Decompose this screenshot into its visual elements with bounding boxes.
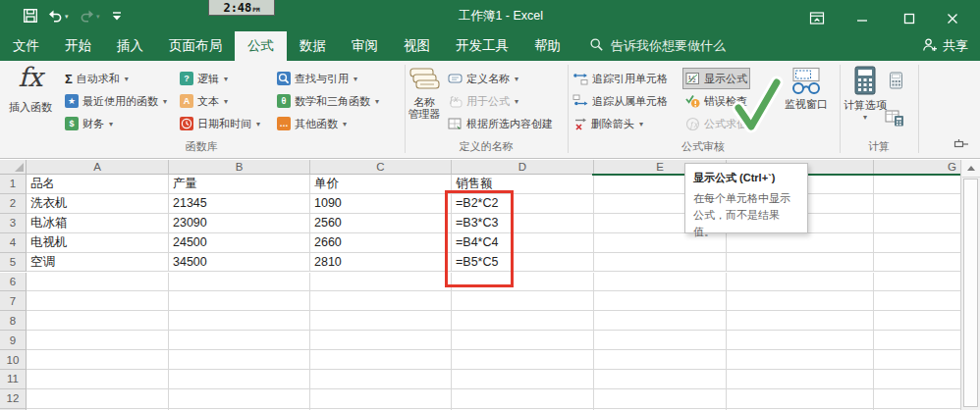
cell-C4[interactable]: 2660 <box>310 233 452 253</box>
cell-D8[interactable] <box>452 311 594 331</box>
cell-A5[interactable]: 空调 <box>27 253 169 273</box>
cell-D9[interactable] <box>452 331 594 350</box>
cell-A11[interactable] <box>27 370 169 389</box>
cell-G1[interactable] <box>874 175 960 194</box>
name-manager-button[interactable]: 名称 管理器 <box>401 63 448 120</box>
more-functions-button[interactable]: …其他函数▾ <box>275 114 349 133</box>
cell-G3[interactable] <box>874 214 960 233</box>
cell-A10[interactable] <box>27 350 169 370</box>
cell-F10[interactable] <box>727 350 874 370</box>
cell-G6[interactable] <box>874 273 960 292</box>
cell-C5[interactable]: 2810 <box>310 253 452 273</box>
cell-G2[interactable] <box>874 194 960 214</box>
remove-arrows-button[interactable]: 删除箭头▾ <box>571 114 645 133</box>
cell-C8[interactable] <box>310 311 452 331</box>
cell-C10[interactable] <box>310 350 452 370</box>
cell-A2[interactable]: 洗衣机 <box>27 194 169 214</box>
insert-function-button[interactable]: fx 插入函数 <box>2 63 59 113</box>
close-button[interactable] <box>943 10 962 27</box>
cell-G10[interactable] <box>874 350 960 370</box>
tab-data[interactable]: 数据 <box>287 31 339 61</box>
trace-precedents-button[interactable]: 追踪引用单元格 <box>571 69 670 88</box>
column-header-A[interactable]: A <box>27 160 169 175</box>
cell-B9[interactable] <box>169 331 310 350</box>
cell-E12[interactable] <box>594 389 727 409</box>
cell-B7[interactable] <box>169 291 310 311</box>
lookup-reference-button[interactable]: 查找与引用▾ <box>275 69 359 88</box>
math-trig-button[interactable]: θ数学和三角函数▾ <box>275 91 381 111</box>
text-button[interactable]: A文本▾ <box>178 91 230 111</box>
tab-view[interactable]: 视图 <box>391 31 443 61</box>
cell-G7[interactable] <box>874 291 960 311</box>
tab-insert[interactable]: 插入 <box>104 31 156 61</box>
row-header-7[interactable]: 7 <box>0 291 27 311</box>
tab-developer[interactable]: 开发工具 <box>443 31 521 61</box>
tab-file[interactable]: 文件 <box>0 31 52 61</box>
cell-D12[interactable] <box>452 389 594 409</box>
logical-button[interactable]: ?逻辑▾ <box>178 69 230 88</box>
share-button[interactable]: 共享 <box>922 31 968 61</box>
row-header-6[interactable]: 6 <box>0 273 27 292</box>
cell-F6[interactable] <box>727 273 874 292</box>
cell-B6[interactable] <box>169 273 310 292</box>
cell-E11[interactable] <box>594 370 727 389</box>
cell-B12[interactable] <box>169 389 310 409</box>
tab-formulas[interactable]: 公式 <box>235 31 287 61</box>
cell-A8[interactable] <box>27 311 169 331</box>
row-header-5[interactable]: 5 <box>0 253 27 273</box>
save-icon[interactable] <box>22 7 39 25</box>
watch-window-button[interactable]: 监视窗口 <box>781 63 832 110</box>
cell-D7[interactable] <box>452 291 594 311</box>
cell-F9[interactable] <box>727 331 874 350</box>
minimize-button[interactable] <box>852 10 872 27</box>
tell-me-search[interactable]: 告诉我你想要做什么 <box>589 31 726 61</box>
define-name-button[interactable]: 定义名称▾ <box>446 69 520 88</box>
cell-E8[interactable] <box>594 311 727 331</box>
cell-D10[interactable] <box>452 350 594 370</box>
maximize-button[interactable] <box>899 10 919 27</box>
tab-help[interactable]: 帮助 <box>521 31 573 61</box>
cell-B10[interactable] <box>169 350 310 370</box>
cell-E6[interactable] <box>594 273 727 292</box>
column-header-D[interactable]: D <box>452 160 594 175</box>
cell-A7[interactable] <box>27 291 169 311</box>
calculation-options-button[interactable]: 计算选项 ▾ <box>842 63 889 124</box>
cell-D11[interactable] <box>452 370 594 389</box>
customize-qat-icon[interactable] <box>108 7 126 25</box>
cell-C1[interactable]: 单价 <box>310 175 452 194</box>
cell-B2[interactable]: 21345 <box>169 194 310 214</box>
cell-B8[interactable] <box>169 311 310 331</box>
cell-E5[interactable] <box>594 253 727 273</box>
row-header-12[interactable]: 12 <box>0 389 27 409</box>
cell-G8[interactable] <box>874 311 960 331</box>
scrollbar-thumb[interactable] <box>963 179 978 407</box>
autosum-button[interactable]: Σ自动求和▾ <box>63 69 131 88</box>
cell-A3[interactable]: 电冰箱 <box>27 214 169 233</box>
undo-dropdown-icon[interactable]: ▾ <box>65 13 69 21</box>
cell-E10[interactable] <box>594 350 727 370</box>
cell-G11[interactable] <box>874 370 960 389</box>
cell-A12[interactable] <box>27 389 169 409</box>
cell-B5[interactable]: 34500 <box>169 253 310 273</box>
row-header-8[interactable]: 8 <box>0 311 27 331</box>
cell-A6[interactable] <box>27 273 169 292</box>
cell-F11[interactable] <box>727 370 874 389</box>
cell-C6[interactable] <box>310 273 452 292</box>
row-header-1[interactable]: 1 <box>0 175 27 194</box>
row-header-4[interactable]: 4 <box>0 233 27 253</box>
cell-G9[interactable] <box>874 331 960 350</box>
cell-F5[interactable] <box>727 253 874 273</box>
collapse-ribbon-icon[interactable] <box>953 136 970 154</box>
cell-C12[interactable] <box>310 389 452 409</box>
cell-G5[interactable] <box>874 253 960 273</box>
cell-B1[interactable]: 产量 <box>169 175 310 194</box>
scroll-up-arrow[interactable] <box>962 160 980 178</box>
financial-button[interactable]: $财务▾ <box>63 114 115 133</box>
tab-page-layout[interactable]: 页面布局 <box>156 31 235 61</box>
column-header-C[interactable]: C <box>310 160 452 175</box>
cell-F8[interactable] <box>727 311 874 331</box>
cell-F12[interactable] <box>727 389 874 409</box>
cell-B4[interactable]: 24500 <box>169 233 310 253</box>
cell-B11[interactable] <box>169 370 310 389</box>
undo-icon[interactable] <box>45 7 63 25</box>
